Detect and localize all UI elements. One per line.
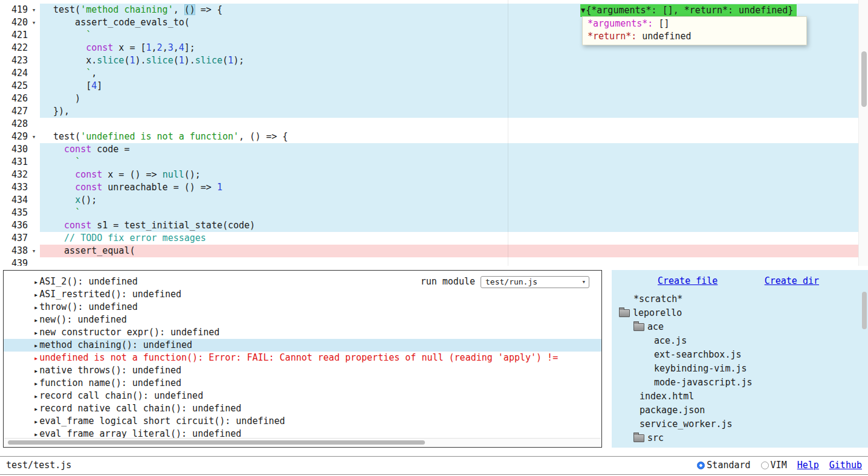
test-result-row[interactable]: ▸record call chain(): undefined <box>4 390 601 402</box>
expand-triangle-icon[interactable]: ▸ <box>34 303 38 312</box>
expand-triangle-icon[interactable]: ▸ <box>34 354 38 362</box>
expand-triangle-icon[interactable]: ▸ <box>34 405 38 413</box>
code-text[interactable]: assert_equal( <box>40 245 868 257</box>
expand-triangle-icon[interactable]: ▸ <box>34 367 38 375</box>
expand-triangle-icon[interactable]: ▸ <box>34 392 38 400</box>
file-tree-item[interactable]: ext-searchbox.js <box>612 348 868 362</box>
code-line[interactable]: 424 `, <box>0 67 868 80</box>
file-tree-folder[interactable]: leporello <box>612 306 868 320</box>
code-text[interactable]: const code = <box>40 143 868 156</box>
code-text[interactable]: ` <box>40 207 868 219</box>
code-token: ] <box>97 80 102 91</box>
run-module-select[interactable]: test/run.js ▾ <box>481 276 589 288</box>
file-tree-item[interactable]: *scratch* <box>612 292 868 306</box>
test-result-row[interactable]: ▸new constructor expr(): undefined <box>4 326 601 339</box>
test-result-row[interactable]: ▸eval_frame logical short circuit(): und… <box>4 415 601 428</box>
code-token: const <box>64 144 91 155</box>
expand-triangle-icon[interactable]: ▸ <box>34 316 38 324</box>
create-dir-link[interactable]: Create dir <box>765 275 819 288</box>
radio-unselected-icon[interactable] <box>761 462 769 469</box>
test-result-row[interactable]: ▸new(): undefined <box>4 314 601 326</box>
code-text[interactable]: const unreachable = () => 1 <box>40 181 868 194</box>
code-text[interactable]: ` <box>40 156 868 169</box>
file-tree-item[interactable]: ace.js <box>612 334 868 348</box>
editor-scrollbar-thumb[interactable] <box>861 51 867 107</box>
test-result-row[interactable]: ▸function name(): undefined <box>4 377 601 390</box>
keybinding-option-standard[interactable]: Standard <box>697 459 750 472</box>
expand-triangle-icon[interactable]: ▸ <box>34 417 38 426</box>
code-line[interactable]: 432 const x = () => null(); <box>0 169 868 181</box>
file-tree-folder[interactable]: ace <box>612 320 868 334</box>
code-text[interactable]: test('undefined is not a function', () =… <box>40 130 868 143</box>
file-tree-folder[interactable]: src <box>612 431 868 445</box>
test-result-row[interactable]: ▸throw(): undefined <box>4 301 601 314</box>
code-line[interactable]: 433 const unreachable = () => 1 <box>0 181 868 194</box>
line-gutter: 426 <box>0 92 40 105</box>
help-link[interactable]: Help <box>797 459 819 472</box>
code-text[interactable]: x(); <box>40 194 868 207</box>
test-result-row[interactable]: ▸ASI_restrited(): undefined <box>4 288 601 301</box>
code-text[interactable]: }), <box>40 105 868 118</box>
line-gutter: 420▾ <box>0 16 40 29</box>
code-text[interactable]: `, <box>40 67 868 80</box>
code-line[interactable]: 439 <box>0 257 868 266</box>
code-editor[interactable]: 419▾test('method chaining', () => {420▾ … <box>0 0 868 266</box>
test-result-text: eval_frame logical short circuit(): unde… <box>39 416 285 426</box>
code-line[interactable]: 431 ` <box>0 156 868 169</box>
file-tree-item[interactable]: package.json <box>612 404 868 417</box>
code-line[interactable]: 434 x(); <box>0 194 868 207</box>
expand-triangle-icon[interactable]: ▸ <box>34 341 38 350</box>
code-text[interactable]: // TODO fix error messages <box>40 232 868 245</box>
output-hscrollbar-track[interactable] <box>4 438 601 446</box>
code-line[interactable]: 437 // TODO fix error messages <box>0 232 868 245</box>
expand-triangle-icon[interactable]: ▸ <box>34 329 38 337</box>
code-line[interactable]: 438▾ assert_equal( <box>0 245 868 257</box>
test-result-row[interactable]: ▸undefined is not a function(): Error: F… <box>4 352 601 364</box>
output-hscrollbar-thumb[interactable] <box>8 440 425 445</box>
code-line[interactable]: 435 ` <box>0 207 868 219</box>
code-line[interactable]: 423 x.slice(1).slice(1).slice(1); <box>0 54 868 67</box>
collapse-triangle-icon[interactable]: ▼ <box>581 4 585 17</box>
test-result-row[interactable]: ▸native throws(): undefined <box>4 364 601 377</box>
code-text[interactable]: const x = () => null(); <box>40 169 868 181</box>
editor-scrollbar-track[interactable] <box>858 0 868 266</box>
code-line[interactable]: 430 const code = <box>0 143 868 156</box>
file-tree-item[interactable]: keybinding-vim.js <box>612 362 868 376</box>
file-tree-item[interactable]: mode-javascript.js <box>612 376 868 390</box>
code-text[interactable]: ) <box>40 92 868 105</box>
fold-arrow-icon[interactable]: ▾ <box>28 245 40 257</box>
code-text[interactable]: [4] <box>40 80 868 92</box>
fold-arrow-icon[interactable]: ▾ <box>28 16 40 29</box>
code-line[interactable]: 427}), <box>0 105 868 118</box>
radio-selected-icon[interactable] <box>697 462 705 469</box>
test-result-row[interactable]: ▸record native call chain(): undefined <box>4 402 601 415</box>
expand-triangle-icon[interactable]: ▸ <box>34 278 38 286</box>
code-text[interactable] <box>40 257 868 266</box>
create-file-link[interactable]: Create file <box>658 275 717 288</box>
line-number: 430 <box>0 143 28 156</box>
line-gutter: 429▾ <box>0 130 40 143</box>
code-text[interactable]: const s1 = test_initial_state(code) <box>40 219 868 232</box>
github-link[interactable]: Github <box>829 459 862 472</box>
file-tree-item[interactable]: index.html <box>612 390 868 404</box>
expand-triangle-icon[interactable]: ▸ <box>34 379 38 388</box>
code-line[interactable]: 428 <box>0 118 868 130</box>
fold-arrow-icon[interactable]: ▾ <box>28 130 40 143</box>
expand-triangle-icon[interactable]: ▸ <box>34 291 38 299</box>
expand-triangle-icon[interactable]: ▸ <box>34 430 38 439</box>
code-line[interactable]: 426 ) <box>0 92 868 105</box>
inspector-header[interactable]: ▼{*arguments*: [], *return*: undefined} <box>580 4 797 17</box>
fold-arrow-icon[interactable]: ▾ <box>28 4 40 16</box>
files-scrollbar-thumb[interactable] <box>862 292 867 329</box>
code-text[interactable]: x.slice(1).slice(1).slice(1); <box>40 54 868 67</box>
keybinding-option-vim[interactable]: VIM <box>761 459 787 472</box>
code-line[interactable]: 429▾test('undefined is not a function', … <box>0 130 868 143</box>
test-result-row[interactable]: ▸method chaining(): undefined <box>4 339 601 352</box>
chevron-down-icon: ▾ <box>581 277 586 288</box>
folder-icon <box>633 323 644 331</box>
file-tree-item[interactable]: ast_utils.js <box>612 445 868 448</box>
code-line[interactable]: 425 [4] <box>0 80 868 92</box>
code-text[interactable] <box>40 118 868 130</box>
file-tree-item[interactable]: service_worker.js <box>612 417 868 431</box>
code-line[interactable]: 436 const s1 = test_initial_state(code) <box>0 219 868 232</box>
